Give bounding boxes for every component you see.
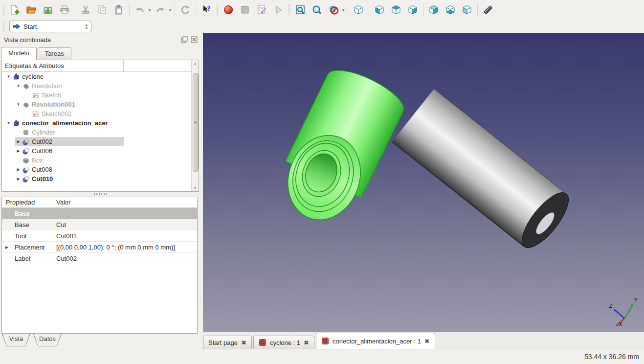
stop-icon [239,4,251,16]
close-tab-icon[interactable]: ✖ [304,339,309,346]
tree-item-cut006[interactable]: ▶ Cut006 [2,146,191,156]
tree-header[interactable]: Etiquetas & Atributos [2,60,199,72]
expander-icon[interactable]: ▶ [15,177,22,181]
property-row-tool[interactable]: Tool Cut001 [2,230,197,242]
property-row-base[interactable]: Base Cut [2,219,197,230]
new-document-button[interactable] [6,2,23,18]
copy-button[interactable] [94,2,111,18]
whats-this-button[interactable]: ? [198,2,215,18]
tree-item-revolution001[interactable]: ▼ Revolution001 [2,100,191,109]
view-rear-button[interactable] [425,2,442,18]
expander-icon[interactable]: ▶ [2,242,12,252]
svg-text:?: ? [207,5,211,12]
save-document-button[interactable] [40,2,56,18]
scroll-down-icon[interactable]: ▼ [192,186,199,190]
view-bottom-button[interactable] [442,2,459,18]
tree-item-sketch002[interactable]: Sketch002 [2,109,191,118]
macro-stop-button[interactable] [237,2,253,18]
property-row-label[interactable]: Label Cut002 [2,253,197,264]
draw-style-dropdown[interactable]: ▾ [341,7,346,13]
open-folder-icon [25,4,37,16]
close-tab-icon[interactable]: ✖ [424,338,430,345]
redo-dropdown[interactable]: ▾ [168,7,173,13]
print-icon [59,4,70,16]
axis-indicator: Y Z X [604,295,640,329]
view-front-button[interactable] [371,2,388,18]
3d-model[interactable] [203,33,644,332]
property-group-base[interactable]: Base [2,208,197,219]
tree-item-cut008[interactable]: ▶ Cut008 [2,165,191,174]
tree-item-cyclone[interactable]: ▼ cyclone [2,72,191,81]
tree-item-cut010[interactable]: ▶ Cut010 [2,174,191,183]
doc-tab-conector[interactable]: conector_alimentacion_acer : 1 ✖ [316,333,435,349]
tab-modelo[interactable]: Modelo [1,47,37,60]
expander-icon[interactable]: ▶ [15,149,22,153]
workbench-spinner[interactable]: ▴▾ [82,21,91,32]
macro-edit-button[interactable] [253,2,270,18]
property-header[interactable]: Propiedad Valor [2,197,197,208]
tab-vista[interactable]: Vista [2,334,30,346]
3d-viewport[interactable]: Y Z X [203,33,644,332]
view-axonometric-button[interactable] [350,2,367,18]
workbench-selector[interactable]: Start ▴▾ [9,21,91,32]
panel-splitter[interactable] [1,192,199,197]
property-row-placement[interactable]: ▶ Placement [(0,00 0,00 1,00); 0 °; (0 m… [2,242,197,253]
combined-view-titlebar: Vista combinada [0,33,201,46]
refresh-button[interactable] [177,2,194,18]
close-tab-icon[interactable]: ✖ [241,339,246,346]
view-rear-icon [428,4,440,16]
cut-icon [22,166,30,174]
toolbar-grip[interactable] [2,4,5,16]
doc-tab-start-page[interactable]: Start page ✖ [203,336,252,349]
undo-button[interactable] [132,2,148,18]
expander-icon[interactable]: ▶ [15,167,22,172]
tree-item-box[interactable]: Box [2,156,191,165]
document-tab-bar: Start page ✖ cyclone : 1 ✖ conector_alim… [201,332,644,349]
tab-datos[interactable]: Datos [33,334,62,346]
measure-distance-button[interactable] [480,2,496,18]
draw-style-icon [328,4,339,16]
zoom-selection-button[interactable] [309,2,325,18]
draw-style-button[interactable] [325,2,342,18]
doc-tab-cyclone[interactable]: cyclone : 1 ✖ [253,336,314,349]
float-panel-button[interactable] [180,36,188,44]
expander-icon[interactable]: ▼ [15,84,22,88]
tab-tareas[interactable]: Tareas [38,47,71,60]
view-top-button[interactable] [388,2,404,18]
scroll-up-icon[interactable]: ▲ [192,62,199,65]
view-left-button[interactable] [459,2,475,18]
tree-item-cylinder[interactable]: Cylinder [2,128,191,137]
expander-icon[interactable]: ▼ [15,102,22,107]
view-front-icon [374,4,385,16]
fit-all-button[interactable] [292,2,309,18]
expander-icon[interactable]: ▼ [5,74,12,79]
view-right-button[interactable] [404,2,421,18]
redo-button[interactable] [152,2,169,18]
open-document-button[interactable] [23,2,40,18]
svg-text:Z: Z [609,303,613,309]
tree-item-conector[interactable]: ▼ conector_alimentacion_acer [2,118,191,128]
tree-scrollbar[interactable]: ▲ ▼ [191,60,199,191]
macro-record-button[interactable] [220,2,237,18]
undo-icon [134,4,146,16]
toolbar-grip[interactable] [2,21,5,32]
cut-button[interactable] [77,2,94,18]
tree-item-revolution[interactable]: ▼ Revolution [2,81,191,91]
close-panel-button[interactable] [190,36,198,44]
redo-icon [155,4,166,16]
toolbar-grip[interactable] [288,4,291,16]
box-icon [22,157,30,164]
tree-item-cut002[interactable]: ▶ Cut002 [2,137,191,146]
expander-icon[interactable]: ▼ [5,121,12,125]
model-tree: Etiquetas & Atributos ▼ cyclone ▼ Revolu… [1,60,199,192]
new-document-icon [9,4,21,16]
toolbar-grip[interactable] [216,4,219,16]
tree-item-sketch[interactable]: Sketch [2,91,191,100]
macro-play-button[interactable] [270,2,287,18]
paste-button[interactable] [111,2,127,18]
expander-icon[interactable]: ▶ [15,139,22,144]
undo-dropdown[interactable]: ▾ [147,7,152,13]
document-icon [12,119,20,127]
scrollbar-thumb[interactable] [193,73,199,172]
print-button[interactable] [56,2,73,18]
